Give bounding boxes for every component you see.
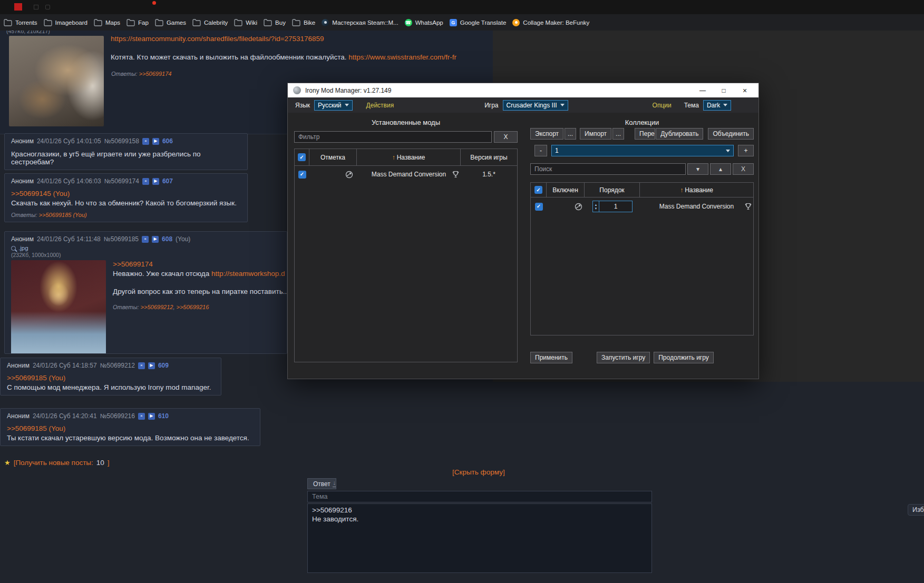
hide-post-icon[interactable]: × <box>142 236 149 243</box>
bookmark-calebrity[interactable]: Calebrity <box>189 17 231 28</box>
minimize-button[interactable]: — <box>694 87 711 94</box>
bookmark-imageboard[interactable]: Imageboard <box>41 17 91 28</box>
post-number[interactable]: №50699185 <box>104 235 139 243</box>
op-steam-link[interactable]: https://steamcommunity.com/sharedfiles/f… <box>111 35 324 43</box>
clear-search-button[interactable]: X <box>733 163 754 175</box>
bookmark-google-translate[interactable]: G Google Translate <box>446 17 510 28</box>
collection-select[interactable]: 1 <box>551 145 734 156</box>
post-number[interactable]: №50699212 <box>100 362 135 369</box>
hide-form-link[interactable]: [Скрыть форму] <box>452 468 505 476</box>
post-image-thumbnail[interactable] <box>11 260 106 354</box>
import-button[interactable]: Импорт <box>580 128 611 140</box>
merge-button[interactable]: Объединить <box>708 128 754 140</box>
theme-select[interactable]: Dark <box>703 100 731 111</box>
bookmark-bike[interactable]: Bike <box>289 17 318 28</box>
language-select[interactable]: Русский <box>314 100 353 111</box>
bookmark-games[interactable]: Games <box>152 17 189 28</box>
collection-search-input[interactable] <box>530 163 686 175</box>
bookmark-whatsapp[interactable]: ☎ WhatsApp <box>402 17 446 28</box>
bookmark-befunky[interactable]: Collage Maker: BeFunky <box>509 17 592 28</box>
expand-post-icon[interactable]: ▶ <box>152 178 159 185</box>
search-up-button[interactable]: ▴ <box>710 163 731 175</box>
collection-mod-row[interactable]: ✓ ▲ ▼ 1 Mass Deman <box>531 197 753 215</box>
post-ordinal[interactable]: 610 <box>158 412 169 420</box>
spinner-arrows[interactable]: ▲ ▼ <box>593 201 600 212</box>
reply-link[interactable]: >>50699212 <box>141 304 173 310</box>
file-name-link[interactable]: .jpg <box>18 245 28 251</box>
hide-post-icon[interactable]: × <box>138 413 145 420</box>
hide-post-icon[interactable]: × <box>142 178 149 185</box>
rename-button[interactable]: Переименовать <box>635 128 655 140</box>
bookmark-buy[interactable]: Buy <box>260 17 289 28</box>
bookmark-wiki[interactable]: Wiki <box>231 17 260 28</box>
bookmark-torrents[interactable]: Torrents <box>1 17 41 28</box>
op-swisstransfer-link[interactable]: https://www.swisstransfer.com/fr-fr <box>348 53 456 61</box>
workshop-link[interactable]: http://steamworkshop.d <box>211 270 285 278</box>
attach-file-icon[interactable]: ↓ <box>333 479 336 487</box>
expand-post-icon[interactable]: ▶ <box>152 138 159 145</box>
hide-post-icon[interactable]: × <box>142 138 149 145</box>
reply-link[interactable]: >>50699185 (You) <box>39 212 87 218</box>
export-button[interactable]: Экспорт <box>530 128 563 140</box>
add-collection-button[interactable]: + <box>738 145 754 156</box>
folder-icon <box>44 19 52 26</box>
column-selected[interactable]: Отметка <box>309 149 357 165</box>
get-new-posts[interactable]: ★ [Получить новые посты: 10] <box>4 459 110 467</box>
options-menu[interactable]: Опции <box>653 102 672 109</box>
mod-checkbox[interactable]: ✓ <box>298 171 306 179</box>
post-ordinal[interactable]: 607 <box>162 177 173 185</box>
expand-post-icon[interactable]: ▶ <box>152 236 159 243</box>
expand-post-icon[interactable]: ▶ <box>148 362 155 369</box>
reply-tab-button[interactable]: Ответ <box>307 478 336 489</box>
actions-menu[interactable]: Действия <box>366 102 394 109</box>
mod-row[interactable]: ✓ Mass Demand Conversion 1.5.* <box>295 166 517 183</box>
collections-footer: Применить Запустить игру Продолжить игру <box>530 352 754 363</box>
search-down-button[interactable]: ▾ <box>687 163 708 175</box>
column-game-version[interactable]: Версия игры <box>461 149 517 165</box>
post-number[interactable]: №50699216 <box>100 412 135 420</box>
favorites-tab[interactable]: Избра <box>908 504 924 516</box>
select-all-checkbox[interactable]: ✓ <box>298 153 306 161</box>
post-number[interactable]: №50699158 <box>104 137 139 145</box>
reply-link[interactable]: >>50699174 <box>139 71 172 77</box>
post-ordinal[interactable]: 609 <box>158 362 169 369</box>
apply-button[interactable]: Применить <box>530 352 572 363</box>
expand-post-icon[interactable]: ▶ <box>148 413 155 420</box>
order-spinner[interactable]: ▲ ▼ 1 <box>592 201 633 212</box>
bookmark-maps[interactable]: Maps <box>91 17 123 28</box>
quote-link[interactable]: >>50699174 <box>113 260 153 268</box>
filter-input[interactable] <box>294 131 492 143</box>
quote-link[interactable]: >>50699145 (You) <box>11 190 70 197</box>
column-name[interactable]: ↑Название <box>357 149 461 165</box>
quote-link[interactable]: >>50699185 (You) <box>7 424 65 432</box>
reply-link[interactable]: >>50699216 <box>177 304 209 310</box>
bookmark-steam-workshop[interactable]: Мастерская Steam::M... <box>318 17 401 28</box>
quote-link[interactable]: >>50699185 (You) <box>7 374 65 382</box>
post-ordinal[interactable]: 606 <box>162 137 173 145</box>
column-order[interactable]: Порядок <box>585 183 640 197</box>
comment-textarea[interactable]: >>50699216 Не заводится. <box>307 503 652 573</box>
column-name[interactable]: ↑Название <box>640 183 753 197</box>
export-more-button[interactable]: ... <box>565 128 576 140</box>
maximize-button[interactable]: □ <box>715 87 732 94</box>
duplicate-button[interactable]: Дублировать <box>656 128 703 140</box>
clear-filter-button[interactable]: X <box>494 131 518 143</box>
close-button[interactable]: × <box>736 86 753 95</box>
import-more-button[interactable]: ... <box>612 128 624 140</box>
post-number[interactable]: №50699174 <box>104 177 139 185</box>
column-enabled[interactable]: Включен <box>547 183 585 197</box>
select-all-checkbox[interactable]: ✓ <box>534 186 542 194</box>
table-header: ✓ Отметка ↑Название Версия игры <box>295 149 517 166</box>
hide-post-icon[interactable]: × <box>138 362 145 369</box>
launch-game-button[interactable]: Запустить игру <box>597 352 650 363</box>
mod-checkbox[interactable]: ✓ <box>535 203 543 211</box>
bookmark-fap[interactable]: Fap <box>123 17 152 28</box>
post-ordinal[interactable]: 608 <box>162 235 172 243</box>
op-text-body: Котята. Кто может скачать и выложить на … <box>111 53 348 61</box>
game-select[interactable]: Crusader Kings III <box>503 100 568 111</box>
remove-collection-button[interactable]: - <box>534 145 547 156</box>
subject-input[interactable] <box>307 491 652 502</box>
resume-game-button[interactable]: Продолжить игру <box>654 352 714 363</box>
sort-up-icon: ↑ <box>680 186 683 194</box>
op-image-thumbnail[interactable] <box>9 36 104 126</box>
